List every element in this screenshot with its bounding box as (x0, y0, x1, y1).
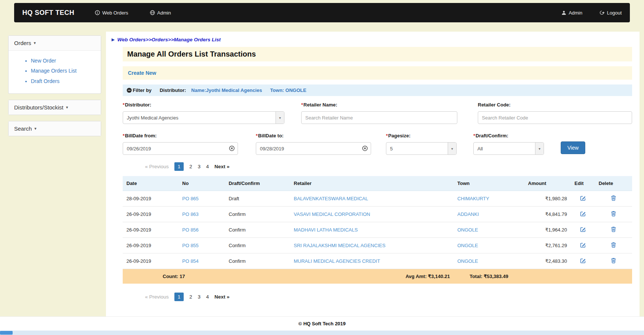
summary-empty (595, 269, 632, 284)
edit-icon[interactable] (580, 258, 586, 264)
order-retailer-link[interactable]: MADHAVI LATHA MEDICALS (294, 227, 358, 233)
order-no-link[interactable]: PO 854 (182, 258, 199, 264)
order-no-link[interactable]: PO 855 (182, 243, 199, 248)
sidebar-panel-orders: Orders ▾ New Order Manage Orders List Dr… (8, 35, 101, 94)
draft-confirm-label: *Draft/Confirm: (473, 133, 544, 138)
scrollbar-thumb[interactable] (0, 331, 13, 335)
required-mark: * (301, 102, 303, 108)
breadcrumb-text[interactable]: Web Orders>>Orders>>Manage Orders List (117, 37, 220, 42)
clear-date-icon[interactable] (229, 146, 235, 151)
pagination-page-1[interactable]: 1 (174, 293, 184, 301)
pagination-page-2[interactable]: 2 (189, 164, 192, 169)
billdate-to-input[interactable] (256, 142, 371, 155)
retailer-name-field-group: *Retailer Name: (301, 102, 457, 124)
order-retailer-link[interactable]: SRI RAJALAKSHMI MEDICAL AGENCIES (294, 243, 386, 248)
pagination-bottom: « Previous 1 2 3 4 Next » (145, 293, 632, 301)
delete-icon[interactable] (611, 195, 616, 201)
delete-icon[interactable] (611, 258, 616, 264)
pagination-page-2[interactable]: 2 (189, 294, 192, 300)
summary-row: Count: 17 Avg Amt: ₹3,140.21 Total: ₹53,… (123, 269, 632, 284)
sidebar-item-draft-orders[interactable]: Draft Orders (31, 77, 81, 85)
order-status: Confirm (225, 207, 290, 222)
col-header-town: Town (454, 176, 524, 191)
caret-down-icon: ▾ (35, 126, 37, 131)
filter-town-value: Town: ONGOLE (270, 87, 306, 93)
order-town-link[interactable]: ONGOLE (457, 227, 478, 233)
nav-admin-menu[interactable]: Admin (150, 10, 171, 16)
sidebar-item-new-order[interactable]: New Order (31, 57, 81, 64)
edit-icon[interactable] (580, 195, 586, 201)
order-no-link[interactable]: PO 865 (182, 196, 199, 201)
globe-icon (150, 10, 155, 15)
required-mark: * (123, 102, 125, 108)
retailer-code-label: Retailer Code: (478, 102, 632, 108)
collapse-minus-icon[interactable] (126, 87, 132, 93)
pagesize-select-wrap: 5 ▾ (386, 142, 457, 155)
clear-date-icon[interactable] (362, 146, 368, 151)
required-mark: * (123, 133, 125, 138)
retailer-name-input[interactable] (301, 111, 457, 124)
billdate-from-label: *BillDate from: (123, 133, 238, 138)
new-order-link[interactable]: New Order (31, 58, 56, 64)
nav-logout[interactable]: Logout (599, 10, 622, 16)
col-header-delete: Delete (595, 176, 632, 191)
pagesize-label: *Pagesize: (386, 133, 457, 138)
edit-icon[interactable] (580, 211, 586, 217)
horizontal-scrollbar[interactable] (0, 331, 644, 335)
sidebar-item-manage-orders-list[interactable]: Manage Orders List (31, 67, 81, 74)
pagination-page-4[interactable]: 4 (206, 164, 209, 169)
filter-form-row-2: *BillDate from: *BillDate to: (123, 133, 632, 155)
order-row: 26-09-2019 PO 855 Confirm SRI RAJALAKSHM… (123, 238, 632, 253)
retailer-code-input[interactable] (478, 111, 632, 124)
billdate-to-field-group: *BillDate to: (256, 133, 371, 155)
sidebar-section-distributors[interactable]: Distributors/Stockist ▾ (9, 100, 101, 115)
sidebar-section-search[interactable]: Search ▾ (9, 121, 101, 136)
view-button[interactable]: View (561, 141, 585, 154)
create-new-link[interactable]: Create New (128, 70, 156, 76)
delete-icon[interactable] (611, 242, 616, 248)
top-navbar: HQ SOFT TECH Web Orders Admin Admin Logo… (14, 3, 630, 22)
nav-web-orders[interactable]: Web Orders (95, 10, 128, 16)
manage-orders-list-link[interactable]: Manage Orders List (31, 68, 77, 74)
edit-icon[interactable] (580, 242, 586, 248)
distributor-field-group: *Distributor: Jyothi Medical Agencies ▾ (123, 102, 284, 124)
pagination-previous[interactable]: « Previous (145, 294, 169, 300)
distributor-select[interactable]: Jyothi Medical Agencies (123, 111, 284, 124)
pagination-top: « Previous 1 2 3 4 Next » (145, 162, 632, 171)
draft-confirm-select[interactable]: All (473, 142, 544, 155)
nav-admin-user[interactable]: Admin (561, 10, 582, 16)
order-town-link[interactable]: ADDANKI (457, 211, 479, 217)
draft-orders-link[interactable]: Draft Orders (31, 78, 59, 84)
required-mark: * (473, 133, 475, 138)
order-town-link[interactable]: CHIMAKURTY (457, 196, 489, 201)
pagination-page-4[interactable]: 4 (206, 294, 209, 300)
delete-icon[interactable] (611, 226, 616, 232)
edit-icon[interactable] (580, 226, 586, 232)
nav-admin-menu-label: Admin (157, 10, 171, 16)
order-retailer-link[interactable]: VASAVI MEDICAL CORPORATION (294, 211, 370, 217)
nav-admin-user-label: Admin (569, 10, 582, 16)
order-no-link[interactable]: PO 856 (182, 227, 199, 233)
pagination-page-1[interactable]: 1 (174, 162, 184, 171)
pagesize-select[interactable]: 5 (386, 142, 457, 155)
summary-empty (571, 269, 595, 284)
filter-by-label: Filter by (133, 87, 152, 93)
caret-down-icon: ▾ (66, 105, 68, 110)
col-header-edit: Edit (571, 176, 595, 191)
delete-icon[interactable] (611, 211, 616, 217)
pagination-next[interactable]: Next » (215, 294, 230, 300)
order-no-link[interactable]: PO 863 (182, 211, 199, 217)
pagination-next[interactable]: Next » (215, 164, 230, 169)
order-town-link[interactable]: ONGOLE (457, 243, 478, 248)
sidebar-orders-title: Orders (14, 40, 31, 46)
sidebar-section-orders[interactable]: Orders ▾ (9, 36, 101, 50)
billdate-from-input[interactable] (123, 142, 238, 155)
order-town-link[interactable]: ONGOLE (457, 258, 478, 264)
order-date: 26-09-2019 (123, 253, 178, 269)
pagination-page-3[interactable]: 3 (198, 164, 201, 169)
summary-empty (225, 269, 290, 284)
pagination-page-3[interactable]: 3 (198, 294, 201, 300)
pagination-previous[interactable]: « Previous (145, 164, 169, 169)
order-retailer-link[interactable]: MURALI MEDICAL AGENCIES CREDIT (294, 258, 380, 264)
order-retailer-link[interactable]: BALAVENKATESWARA MEDICAL (294, 196, 368, 201)
